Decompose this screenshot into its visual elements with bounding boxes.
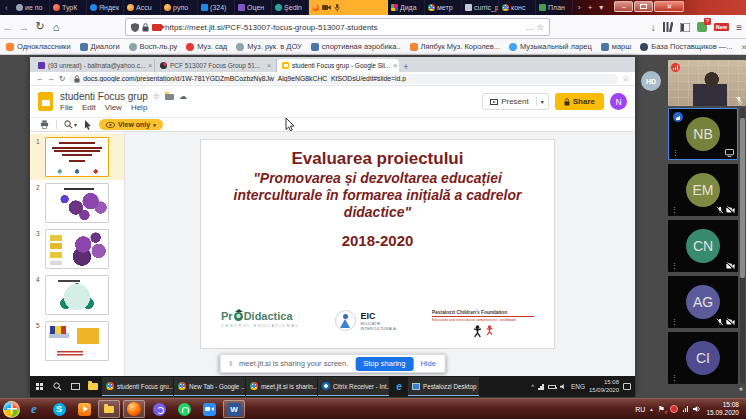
- menu-help[interactable]: Help: [131, 103, 147, 112]
- zoom-tool[interactable]: ▾: [64, 120, 77, 129]
- task-view-button[interactable]: [66, 376, 84, 397]
- sidebars-icon[interactable]: [680, 23, 690, 32]
- tab-close-icon[interactable]: ×: [393, 62, 397, 69]
- scrollbar-thumb[interactable]: [740, 118, 745, 278]
- participant-menu-icon[interactable]: ⋮: [671, 206, 678, 214]
- taskbar-word-button[interactable]: W: [223, 400, 245, 418]
- slide-thumbnail-5[interactable]: 5: [30, 318, 124, 364]
- start-button[interactable]: [30, 376, 48, 397]
- taskbar-firefox-button[interactable]: [123, 400, 145, 418]
- network-icon[interactable]: [683, 406, 689, 412]
- present-button[interactable]: Present ▾: [482, 93, 549, 110]
- print-icon[interactable]: [40, 120, 49, 129]
- participant-tile[interactable]: AG ⋮: [668, 276, 738, 328]
- reload-button[interactable]: ↻: [32, 20, 48, 33]
- participant-tile[interactable]: CN ⋮: [668, 220, 738, 272]
- participant-menu-icon[interactable]: ⋮: [671, 262, 678, 270]
- inner-omnibox[interactable]: docs.google.com/presentation/d/1W-781YGD…: [69, 74, 618, 84]
- taskbar-app-jitsi[interactable]: meet.jit.si is sharin...: [246, 377, 317, 396]
- close-button[interactable]: ✕: [654, 1, 684, 12]
- browser-tab[interactable]: рупо: [161, 0, 198, 15]
- inner-new-tab-button[interactable]: +: [399, 62, 413, 72]
- document-title[interactable]: studenti Focus grup: [60, 91, 148, 102]
- present-dropdown-caret[interactable]: ▾: [537, 98, 548, 105]
- menu-file[interactable]: File: [60, 103, 73, 112]
- bookmark-item[interactable]: База Поставщиков —...: [640, 42, 732, 51]
- slide-thumbnail-1[interactable]: 1: [30, 134, 124, 180]
- tray-expand-caret[interactable]: ^: [531, 383, 534, 390]
- taskbar-skype-button[interactable]: S: [48, 400, 70, 418]
- library-icon[interactable]: [663, 22, 673, 32]
- camera-in-use-icon[interactable]: [152, 24, 162, 31]
- slide-thumbnail-4[interactable]: 4: [30, 272, 124, 318]
- bookmark-star-icon[interactable]: ☆: [537, 23, 544, 32]
- google-slides-icon[interactable]: [38, 92, 53, 111]
- action-center-icon[interactable]: [623, 383, 631, 390]
- hide-banner-button[interactable]: Hide: [420, 359, 435, 368]
- forward-button[interactable]: →: [16, 21, 32, 33]
- browser-tab[interactable]: План: [536, 0, 573, 15]
- download-icon[interactable]: ↓: [651, 22, 656, 33]
- taskbar-app-citrix[interactable]: Citrix Receiver - Int...: [318, 377, 389, 396]
- search-button[interactable]: [48, 376, 66, 397]
- desktop-clock[interactable]: 15:0815.09.2020: [706, 401, 739, 418]
- home-button[interactable]: ⌂: [48, 21, 64, 33]
- inner-url-text[interactable]: docs.google.com/presentation/d/1W-781YGD…: [83, 75, 406, 82]
- move-folder-icon[interactable]: [165, 94, 174, 100]
- menu-edit[interactable]: Edit: [82, 103, 96, 112]
- inner-browser-tab-active[interactable]: studenti Focus grup - Google Sli...×: [277, 59, 399, 72]
- minimize-button[interactable]: –: [614, 1, 633, 12]
- volume-icon[interactable]: [560, 383, 567, 390]
- star-document-icon[interactable]: ☆: [153, 92, 160, 101]
- account-avatar[interactable]: N: [610, 93, 627, 110]
- bookmark-item[interactable]: Одноклассники: [6, 42, 71, 51]
- participant-menu-icon[interactable]: ⋮: [671, 374, 678, 382]
- bookmark-item[interactable]: Музыкальный ларец: [509, 42, 592, 51]
- browser-tab[interactable]: (324): [198, 0, 235, 15]
- participants-scrollbar[interactable]: [740, 108, 745, 384]
- local-video-tile[interactable]: [668, 60, 746, 106]
- inner-back-icon[interactable]: ←: [36, 74, 44, 83]
- pause-share-icon[interactable]: ‖: [229, 360, 232, 367]
- menu-view[interactable]: View: [105, 103, 122, 112]
- volume-icon[interactable]: [693, 405, 701, 413]
- share-button[interactable]: Share: [555, 93, 604, 110]
- browser-tab[interactable]: Accu: [124, 0, 161, 15]
- taskbar-ie-button[interactable]: e: [23, 400, 45, 418]
- inner-bookmark-star-icon[interactable]: ☆: [622, 74, 629, 83]
- participant-tile[interactable]: NB ⋮: [668, 108, 738, 160]
- taskbar-app-slides[interactable]: studenti Focus gru...: [102, 377, 173, 396]
- bookmark-item[interactable]: Муз. сад: [186, 42, 227, 51]
- taskbar-file-explorer-button[interactable]: [98, 400, 120, 418]
- back-button[interactable]: ←: [0, 21, 16, 33]
- browser-tab[interactable]: ТурК: [50, 0, 87, 15]
- browser-tab[interactable]: ие по: [13, 0, 50, 15]
- url-text[interactable]: https://meet.jit.si/PCF-513007-focus-gro…: [165, 23, 523, 32]
- slide-thumbnail-2[interactable]: 2: [30, 180, 124, 226]
- connection-stats-icon[interactable]: [671, 63, 680, 72]
- current-slide[interactable]: Evaluarea proiectului "Promovarea și dez…: [200, 139, 555, 349]
- tab-close-icon[interactable]: ×: [267, 62, 271, 69]
- tab-close-icon[interactable]: ×: [148, 62, 152, 69]
- bookmarks-overflow-button[interactable]: »: [742, 42, 746, 52]
- network-icon[interactable]: [538, 384, 544, 390]
- battery-icon[interactable]: [548, 385, 556, 389]
- bookmark-item[interactable]: спортивная аэробика..: [311, 42, 401, 51]
- slide-thumbnail-3[interactable]: 3: [30, 226, 124, 272]
- participant-menu-icon[interactable]: ⋮: [672, 149, 679, 157]
- participant-tile[interactable]: CI ⋮: [668, 332, 738, 384]
- inner-browser-tab[interactable]: PCF 513007 Focus Group 51...×: [155, 59, 277, 72]
- inner-clock[interactable]: 15:0815/09/2020: [589, 379, 619, 394]
- maximize-button[interactable]: [634, 1, 653, 12]
- bookmark-item[interactable]: марш: [601, 42, 632, 51]
- language-indicator[interactable]: RU: [635, 406, 645, 413]
- taskbar-zoom-button[interactable]: [198, 400, 220, 418]
- page-actions-icon[interactable]: …: [526, 23, 534, 32]
- new-tab-button[interactable]: +: [585, 3, 596, 12]
- inner-browser-tab[interactable]: (93 unread) - baltnata@yahoo.c...×: [33, 59, 155, 72]
- participant-menu-icon[interactable]: ⋮: [671, 318, 678, 326]
- bookmark-item[interactable]: Ляпбук Муз. Королев...: [410, 42, 500, 51]
- bookmark-item[interactable]: Муз. рук. в ДОУ: [236, 42, 302, 51]
- participant-avatar-hd[interactable]: HD: [641, 71, 661, 91]
- select-cursor-icon[interactable]: [84, 120, 92, 130]
